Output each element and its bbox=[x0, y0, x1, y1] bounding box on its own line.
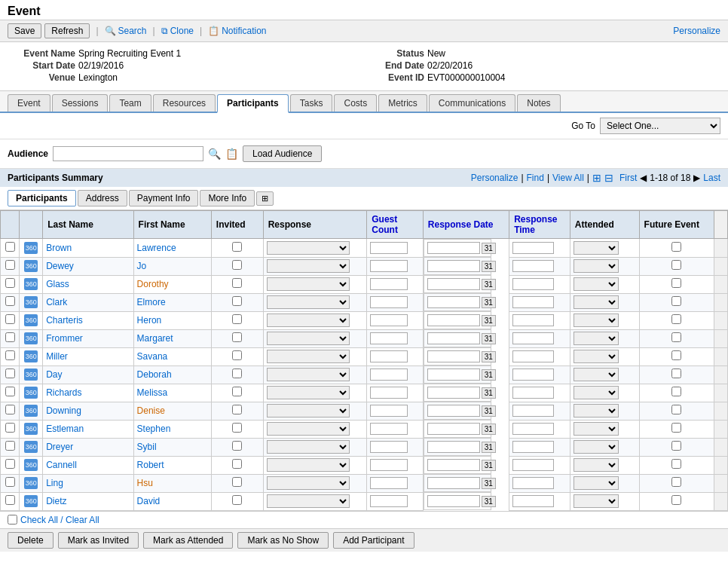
360-icon[interactable]: 360 bbox=[24, 459, 38, 471]
calendar-button[interactable]: 31 bbox=[482, 279, 496, 290]
last-name[interactable]: Estleman bbox=[46, 424, 84, 434]
response-time-input[interactable] bbox=[512, 423, 554, 435]
response-select[interactable]: AcceptedDeclinedWaitlistedInvitedNo Show bbox=[267, 458, 350, 472]
personalize-summary-link[interactable]: Personalize bbox=[471, 173, 518, 183]
row-checkbox[interactable] bbox=[5, 441, 15, 451]
attended-select[interactable]: YesNo bbox=[574, 494, 619, 508]
response-date-input[interactable] bbox=[427, 441, 480, 453]
last-name[interactable]: Richards bbox=[46, 387, 81, 398]
first-name[interactable]: David bbox=[137, 496, 161, 506]
tab-event[interactable]: Event bbox=[8, 94, 50, 112]
guest-count-input[interactable] bbox=[370, 314, 408, 326]
first-page-link[interactable]: First bbox=[619, 173, 637, 183]
row-checkbox[interactable] bbox=[5, 405, 15, 414]
find-link[interactable]: Find bbox=[527, 173, 544, 183]
response-select[interactable]: AcceptedDeclinedWaitlistedInvitedNo Show bbox=[267, 368, 350, 381]
response-date-input[interactable] bbox=[427, 459, 480, 471]
mark-as-invited-button[interactable]: Mark as Invited bbox=[58, 532, 139, 549]
last-name[interactable]: Clark bbox=[46, 297, 67, 307]
future-event-checkbox[interactable] bbox=[671, 495, 681, 505]
future-event-checkbox[interactable] bbox=[671, 459, 681, 469]
last-name[interactable]: Cannell bbox=[46, 460, 77, 470]
attended-select[interactable]: YesNo bbox=[574, 313, 619, 327]
future-event-checkbox[interactable] bbox=[671, 260, 681, 270]
first-name[interactable]: Margaret bbox=[137, 333, 173, 344]
invited-checkbox[interactable] bbox=[232, 405, 242, 414]
attended-select[interactable]: YesNo bbox=[574, 295, 619, 309]
future-event-checkbox[interactable] bbox=[671, 242, 681, 252]
response-select[interactable]: AcceptedDeclinedWaitlistedInvitedNo Show bbox=[267, 404, 350, 417]
sub-tab-payment-info[interactable]: Payment Info bbox=[129, 190, 199, 206]
response-time-input[interactable] bbox=[512, 495, 554, 507]
export-icon[interactable]: ⊟ bbox=[604, 172, 613, 184]
calendar-button[interactable]: 31 bbox=[482, 315, 496, 326]
response-date-input[interactable] bbox=[427, 405, 480, 417]
response-select[interactable]: AcceptedDeclinedWaitlistedInvitedNo Show bbox=[267, 440, 350, 454]
first-name[interactable]: Dorothy bbox=[137, 279, 169, 289]
response-time-input[interactable] bbox=[512, 459, 554, 471]
invited-checkbox[interactable] bbox=[232, 278, 242, 288]
response-date-input[interactable] bbox=[427, 423, 480, 435]
attended-select[interactable]: YesNo bbox=[574, 368, 619, 381]
grid-icon[interactable]: ⊞ bbox=[592, 172, 601, 184]
response-time-input[interactable] bbox=[512, 278, 554, 290]
response-date-input[interactable] bbox=[427, 296, 480, 308]
guest-count-input[interactable] bbox=[370, 405, 408, 417]
attended-select[interactable]: YesNo bbox=[574, 259, 619, 273]
first-name[interactable]: Denise bbox=[137, 405, 165, 416]
row-checkbox[interactable] bbox=[5, 495, 15, 505]
future-event-checkbox[interactable] bbox=[671, 441, 681, 451]
sub-tab-participants[interactable]: Participants bbox=[8, 190, 76, 206]
calendar-button[interactable]: 31 bbox=[482, 333, 496, 344]
response-date-input[interactable] bbox=[427, 350, 480, 362]
calendar-button[interactable]: 31 bbox=[482, 261, 496, 272]
calendar-button[interactable]: 31 bbox=[482, 478, 496, 489]
response-select[interactable]: AcceptedDeclinedWaitlistedInvitedNo Show bbox=[267, 476, 350, 490]
response-date-input[interactable] bbox=[427, 242, 480, 254]
tab-sessions[interactable]: Sessions bbox=[52, 94, 109, 112]
attended-select[interactable]: YesNo bbox=[574, 404, 619, 417]
invited-checkbox[interactable] bbox=[232, 242, 242, 252]
last-name[interactable]: Day bbox=[46, 369, 62, 380]
guest-count-input[interactable] bbox=[370, 441, 408, 453]
attended-select[interactable]: YesNo bbox=[574, 440, 619, 454]
mark-as-attended-button[interactable]: Mark as Attended bbox=[143, 532, 233, 549]
attended-select[interactable]: YesNo bbox=[574, 458, 619, 472]
response-time-input[interactable] bbox=[512, 314, 554, 326]
last-name[interactable]: Brown bbox=[46, 243, 72, 253]
invited-checkbox[interactable] bbox=[232, 332, 242, 342]
last-name[interactable]: Miller bbox=[46, 351, 68, 362]
response-select[interactable]: AcceptedDeclinedWaitlistedInvitedNo Show bbox=[267, 332, 350, 345]
response-date-input[interactable] bbox=[427, 369, 480, 381]
future-event-checkbox[interactable] bbox=[671, 369, 681, 378]
last-name[interactable]: Dreyer bbox=[46, 442, 73, 452]
last-page-link[interactable]: Last bbox=[703, 173, 720, 183]
guest-count-input[interactable] bbox=[370, 260, 408, 272]
response-select[interactable]: AcceptedDeclinedWaitlistedInvitedNo Show bbox=[267, 313, 350, 327]
invited-checkbox[interactable] bbox=[232, 260, 242, 270]
row-checkbox[interactable] bbox=[5, 423, 15, 433]
audience-input[interactable] bbox=[53, 146, 203, 161]
audience-picker-icon[interactable]: 📋 bbox=[225, 148, 238, 160]
360-icon[interactable]: 360 bbox=[24, 260, 38, 272]
response-time-input[interactable] bbox=[512, 350, 554, 362]
attended-select[interactable]: YesNo bbox=[574, 332, 619, 345]
first-name[interactable]: Elmore bbox=[137, 297, 166, 307]
first-name[interactable]: Sybil bbox=[137, 442, 157, 452]
row-checkbox[interactable] bbox=[5, 314, 15, 324]
calendar-button[interactable]: 31 bbox=[482, 387, 496, 399]
calendar-button[interactable]: 31 bbox=[482, 369, 496, 381]
view-all-link[interactable]: View All bbox=[552, 173, 584, 183]
attended-select[interactable]: YesNo bbox=[574, 350, 619, 363]
360-icon[interactable]: 360 bbox=[24, 242, 38, 254]
360-icon[interactable]: 360 bbox=[24, 405, 38, 417]
response-time-input[interactable] bbox=[512, 260, 554, 272]
guest-count-input[interactable] bbox=[370, 242, 408, 254]
future-event-checkbox[interactable] bbox=[671, 278, 681, 288]
guest-count-input[interactable] bbox=[370, 423, 408, 435]
response-date-input[interactable] bbox=[427, 314, 480, 326]
future-event-checkbox[interactable] bbox=[671, 405, 681, 414]
invited-checkbox[interactable] bbox=[232, 423, 242, 433]
future-event-checkbox[interactable] bbox=[671, 332, 681, 342]
row-checkbox[interactable] bbox=[5, 260, 15, 270]
